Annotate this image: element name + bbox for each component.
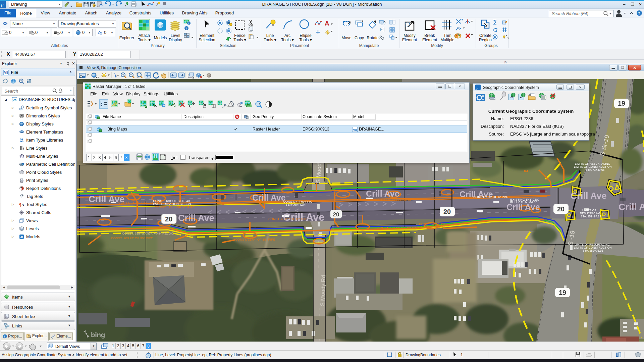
svg-text:STA. 251+97.19: STA. 251+97.19: [581, 215, 601, 218]
svg-text:SEPARATION: SEPARATION: [285, 203, 306, 206]
svg-text:S Moody Rd: S Moody Rd: [319, 275, 327, 306]
svg-text:bing: bing: [91, 331, 105, 339]
svg-text:RJ: RJ: [524, 169, 528, 173]
svg-text:FULLY FL N=64.88: FULLY FL N=64.88: [510, 200, 537, 204]
svg-text:20: 20: [443, 208, 451, 215]
svg-text:Crill Ave: Crill Ave: [178, 213, 214, 223]
svg-text:Crill Ave: Crill Ave: [571, 191, 607, 201]
svg-text:S: S: [236, 115, 238, 119]
svg-text:V8: V8: [353, 128, 357, 132]
svg-text:5: 5: [109, 155, 112, 160]
svg-text:20: 20: [165, 215, 172, 223]
svg-text:CONST. 22.04' OF 18" PIPE: CONST. 22.04' OF 18" PIPE: [235, 238, 275, 241]
svg-text:19: 19: [559, 289, 566, 296]
svg-text:4: 4: [104, 155, 106, 160]
svg-text:CONST. 255' WATER MAIN RELOC.: CONST. 255' WATER MAIN RELOC.: [122, 231, 174, 235]
svg-text:8: 8: [125, 155, 128, 160]
svg-text:3: 3: [99, 155, 101, 160]
svg-text:CONST. 43.37' OF 18" PIPE: CONST. 43.37' OF 18" PIPE: [268, 217, 309, 221]
svg-text:V8: V8: [13, 98, 17, 102]
svg-text:Crill Ave: Crill Ave: [366, 189, 399, 198]
svg-text:CONST. 163' OF 4" PVC: CONST. 163' OF 4" PVC: [473, 195, 508, 199]
svg-text:V8: V8: [4, 71, 8, 74]
svg-text:1: 1: [88, 155, 90, 160]
svg-text:18" PIPE DRAIN: 18" PIPE DRAIN: [421, 225, 445, 229]
svg-text:CONST. 139.52' OF 18" PIPE: CONST. 139.52' OF 18" PIPE: [377, 226, 419, 230]
svg-text:?: ?: [638, 11, 640, 16]
svg-text:A: A: [21, 203, 24, 207]
svg-text:C: C: [22, 163, 24, 165]
svg-text:μ: μ: [476, 85, 479, 90]
svg-text:Crill Ave: Crill Ave: [252, 193, 286, 202]
svg-text:STA. 252+06.16: STA. 252+06.16: [583, 249, 603, 252]
svg-text:i: i: [148, 354, 149, 358]
svg-text:CONST. 4' TRAFFIC SEPARATOR: CONST. 4' TRAFFIC SEPARATOR: [362, 198, 411, 202]
svg-text:CONST. 117.1' OF 30" PIPE: CONST. 117.1' OF 30" PIPE: [155, 205, 195, 209]
svg-text:20: 20: [557, 205, 565, 213]
svg-text:CONST. 283.74' OF 30" PIPE: CONST. 283.74' OF 30" PIPE: [111, 236, 153, 240]
svg-text:1:1: 1:1: [256, 103, 261, 106]
svg-text:i: i: [188, 22, 189, 25]
svg-text:A: A: [325, 20, 329, 27]
svg-text:7: 7: [120, 155, 122, 160]
svg-text:19: 19: [618, 100, 625, 107]
svg-text:2: 2: [93, 155, 96, 160]
svg-text:STA. 73+40.66: STA. 73+40.66: [586, 168, 605, 171]
svg-text:6: 6: [115, 155, 117, 160]
svg-text:i: i: [479, 96, 480, 100]
svg-text:¶: ¶: [19, 202, 21, 207]
svg-text:Crill Ave: Crill Ave: [619, 202, 644, 212]
svg-text:20: 20: [333, 211, 339, 218]
svg-text:i: i: [80, 75, 81, 78]
